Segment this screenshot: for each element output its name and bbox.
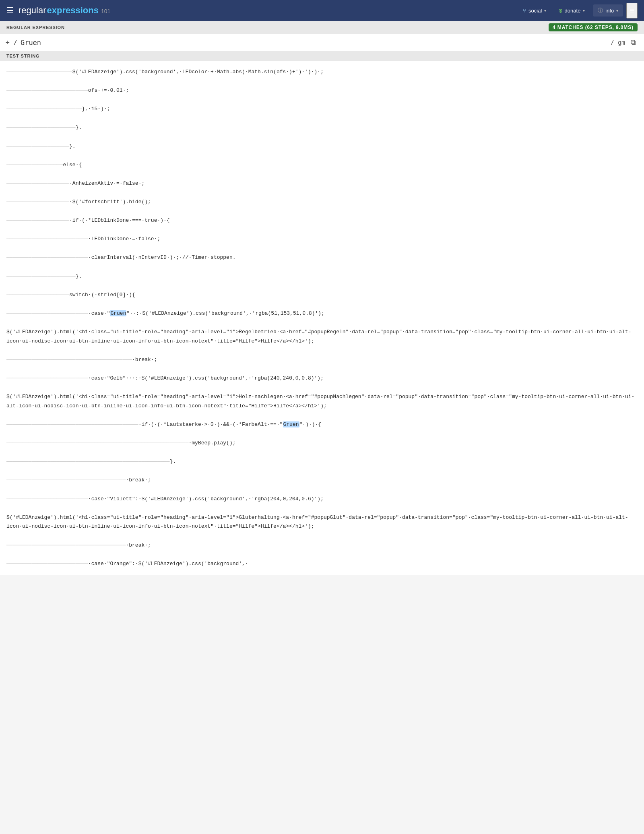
info-label: info [605,8,614,14]
logo-expressions: expressions [47,5,98,16]
copy-regex-button[interactable]: ⧉ [628,37,638,47]
social-button[interactable]: ⑂ social ▾ [518,5,551,16]
test-string-section-header: TEST STRING [0,51,644,61]
donate-label: donate [565,8,581,14]
dollar-icon: $ [559,8,562,14]
social-label: social [528,8,542,14]
info-button[interactable]: ⓘ info ▾ [593,4,623,17]
matches-badge: 4 matches (62 steps, 9.0ms) [549,23,638,31]
chevron-down-icon: ▾ [544,8,546,13]
header-nav: ⑂ social ▾ $ donate ▾ ⓘ info ▾ ≡ [518,3,638,19]
chevron-down-icon: ▾ [583,8,585,13]
fork-icon: ⑂ [523,8,526,14]
hamburger-button[interactable]: ≡ [626,3,638,19]
test-string-label: TEST STRING [6,54,39,58]
app-logo: regular expressions 101 [19,5,110,16]
regex-input-row: ÷ / / gm ⧉ [0,34,644,51]
regex-delimiter-start: ÷ / [6,39,17,46]
logo-regular: regular [19,5,46,16]
regex-section-header: REGULAR EXPRESSION 4 matches (62 steps, … [0,21,644,34]
test-string-area[interactable]: ─────────────────────$('#LEDAnzeige').cs… [0,61,644,575]
chevron-down-icon: ▾ [616,8,618,13]
regex-section-label: REGULAR EXPRESSION [6,25,65,30]
donate-button[interactable]: $ donate ▾ [554,5,590,16]
regex-flags: / gm [611,39,625,46]
code-content: ─────────────────────$('#LEDAnzeige').cs… [6,68,638,569]
info-icon: ⓘ [598,7,603,14]
logo-number: 101 [101,8,110,14]
regex-input[interactable] [21,39,607,47]
menu-icon[interactable]: ☰ [6,6,14,15]
app-header: ☰ regular expressions 101 ⑂ social ▾ $ d… [0,0,644,21]
